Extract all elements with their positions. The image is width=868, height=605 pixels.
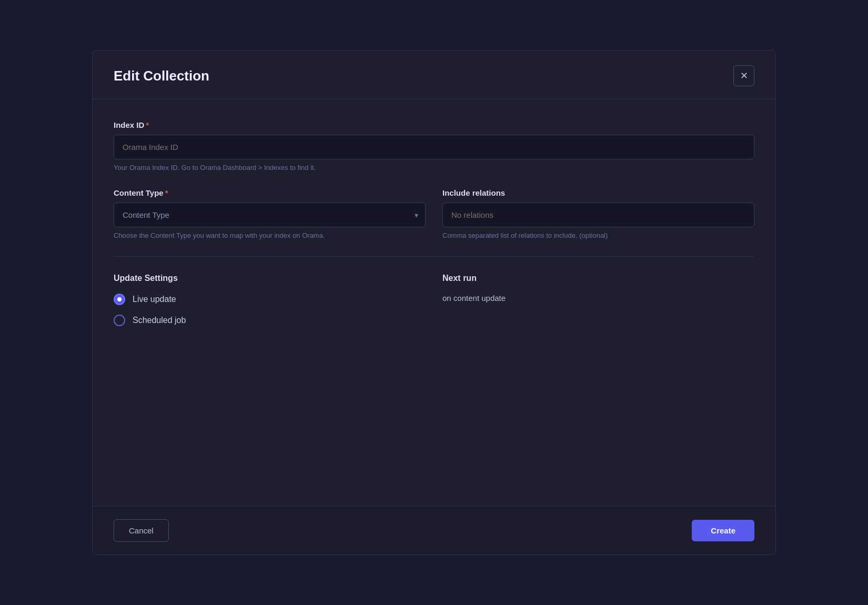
content-type-label: Content Type* [114,188,426,197]
section-divider [114,256,754,257]
required-indicator: * [146,120,149,129]
include-relations-group: Include relations Comma separated list o… [442,188,754,239]
radio-live-label: Live update [133,295,176,304]
next-run-title: Next run [442,274,754,283]
index-id-input[interactable] [114,135,754,159]
create-button[interactable]: Create [692,520,754,541]
content-relations-row: Content Type* Content Type ▾ Choose the … [114,188,754,239]
modal-header: Edit Collection ✕ [93,51,775,99]
index-id-group: Index ID* Your Orama Index ID. Go to Ora… [114,120,754,172]
next-run-value: on content update [442,294,754,302]
radio-item-live[interactable]: Live update [114,294,426,305]
radio-item-scheduled[interactable]: Scheduled job [114,315,426,326]
update-settings-title: Update Settings [114,274,426,283]
modal-footer: Cancel Create [93,506,775,554]
modal-body: Index ID* Your Orama Index ID. Go to Ora… [93,99,775,506]
content-type-group: Content Type* Content Type ▾ Choose the … [114,188,426,239]
edit-collection-modal: Edit Collection ✕ Index ID* Your Orama I… [92,50,776,555]
content-type-hint: Choose the Content Type you want to map … [114,231,426,239]
modal-title: Edit Collection [114,68,209,84]
radio-scheduled-label: Scheduled job [133,316,186,325]
update-settings-group: Update Settings Live update Scheduled jo… [114,274,426,326]
content-type-select-wrapper: Content Type ▾ [114,203,426,227]
include-relations-input[interactable] [442,203,754,227]
index-id-label: Index ID* [114,120,754,129]
close-button[interactable]: ✕ [733,65,754,86]
required-indicator-2: * [165,188,168,197]
next-run-group: Next run on content update [442,274,754,326]
radio-group: Live update Scheduled job [114,294,426,326]
radio-live-indicator [114,294,125,305]
update-settings-section: Update Settings Live update Scheduled jo… [114,274,754,326]
include-relations-label: Include relations [442,188,754,197]
index-id-hint: Your Orama Index ID. Go to Orama Dashboa… [114,164,754,172]
radio-scheduled-indicator [114,315,125,326]
cancel-button[interactable]: Cancel [114,519,169,542]
content-type-select[interactable]: Content Type [114,203,426,227]
include-relations-hint: Comma separated list of relations to inc… [442,231,754,239]
